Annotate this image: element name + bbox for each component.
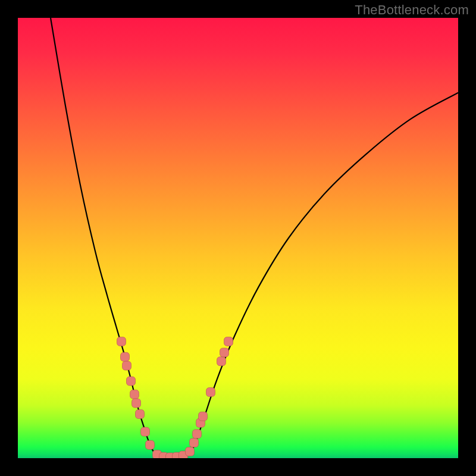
data-marker xyxy=(217,357,226,366)
data-marker xyxy=(199,412,208,421)
data-marker xyxy=(121,352,130,361)
watermark-text: TheBottleneck.com xyxy=(355,2,469,18)
data-marker xyxy=(186,447,195,456)
data-marker xyxy=(123,361,131,370)
data-marker xyxy=(190,439,199,447)
plot-area xyxy=(18,18,458,458)
data-marker xyxy=(193,430,202,439)
data-marker xyxy=(220,348,229,357)
marker-group xyxy=(117,337,233,458)
data-marker xyxy=(130,390,139,399)
data-marker xyxy=(132,399,141,408)
chart-frame: TheBottleneck.com xyxy=(0,0,476,476)
data-marker xyxy=(224,337,233,346)
data-marker xyxy=(141,427,150,436)
curve-left-descent xyxy=(51,18,155,454)
data-marker xyxy=(146,440,155,449)
data-marker xyxy=(117,337,126,346)
data-marker xyxy=(136,410,145,419)
curve-right-ascent xyxy=(190,93,458,454)
data-marker xyxy=(206,388,215,397)
data-marker xyxy=(127,377,136,386)
curve-layer xyxy=(18,18,458,458)
